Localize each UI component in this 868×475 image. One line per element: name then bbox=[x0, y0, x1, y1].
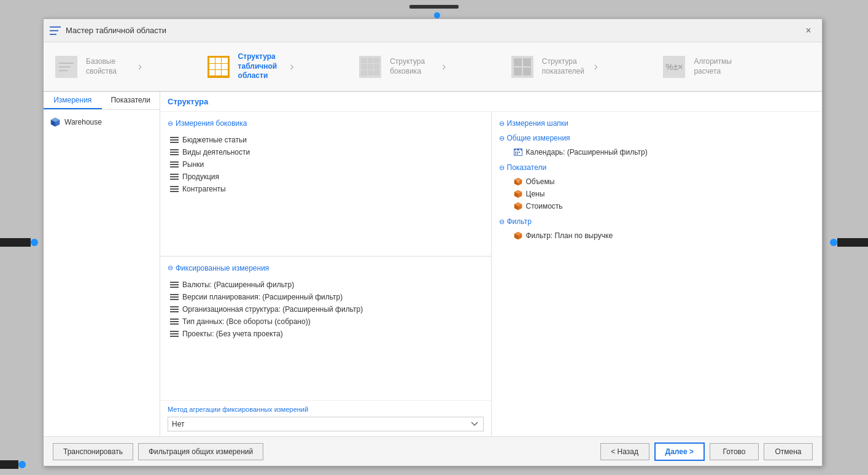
sidebar-dims-title: ⊖ Измерения боковика bbox=[160, 117, 491, 130]
left-handle[interactable] bbox=[0, 238, 38, 247]
left-panel: Измерения Показатели Warehouse bbox=[44, 92, 160, 436]
step-metrics-structure[interactable]: Структура показателей › bbox=[509, 55, 661, 79]
cube-filter-icon bbox=[514, 231, 522, 240]
structure-header: Структура bbox=[160, 92, 822, 112]
step-metrics-label: Структура показателей bbox=[542, 57, 591, 76]
title-bar: Мастер табличной области × bbox=[44, 19, 822, 42]
tab-indicators[interactable]: Показатели bbox=[102, 92, 160, 109]
cancel-button[interactable]: Отмена bbox=[764, 443, 813, 460]
lines-icon bbox=[170, 185, 179, 193]
list-item[interactable]: Объемы bbox=[499, 176, 823, 188]
indicator-item-1: Цены bbox=[526, 190, 545, 198]
list-item[interactable]: Проекты: (Без учета проекта) bbox=[160, 328, 491, 340]
collapse-icon-sidebar[interactable]: ⊖ bbox=[168, 120, 173, 128]
next-button[interactable]: Далее > bbox=[654, 442, 705, 461]
bottom-left-handle[interactable] bbox=[0, 460, 26, 469]
list-item[interactable]: Рынки bbox=[160, 158, 491, 171]
step-base-label: Базовые свойства bbox=[86, 57, 135, 76]
list-item[interactable]: Warehouse bbox=[48, 115, 155, 129]
header-dims-label: Измерения шапки bbox=[507, 119, 568, 128]
dialog-window: Мастер табличной области × Базовые свойс… bbox=[43, 18, 823, 466]
panels-row: ⊖ Измерения боковика Бюджетные статьи bbox=[160, 112, 822, 436]
left-handle-dot bbox=[31, 239, 38, 246]
step-arrow-3: › bbox=[442, 60, 446, 73]
step-sidebar-icon bbox=[357, 55, 384, 79]
collapse-icon-fixed[interactable]: ⊖ bbox=[168, 264, 173, 272]
lines-icon bbox=[170, 148, 179, 156]
sidebar-dim-item-1: Виды деятельности bbox=[182, 148, 250, 156]
calendar-icon bbox=[514, 148, 522, 156]
svg-marker-17 bbox=[517, 180, 519, 183]
fixed-dims-items: Валюты: (Расширенный фильтр) Версии план… bbox=[160, 279, 491, 340]
list-item[interactable]: Календарь: (Расширенный фильтр) bbox=[499, 146, 823, 158]
header-dims-panel: ⊖ Измерения шапки ⊖ Общие измерения bbox=[492, 112, 823, 436]
step-table-structure[interactable]: Структура табличной области › bbox=[205, 52, 357, 81]
list-item[interactable]: Стоимость bbox=[499, 200, 823, 212]
svg-rect-12 bbox=[517, 153, 518, 155]
top-dot bbox=[434, 12, 440, 18]
cube-color-icon-1 bbox=[514, 190, 522, 198]
warehouse-label: Warehouse bbox=[64, 118, 102, 126]
step-sidebar-structure[interactable]: Структура боковика › bbox=[357, 55, 509, 79]
list-item[interactable]: Продукция bbox=[160, 171, 491, 183]
right-handle-dot bbox=[830, 239, 837, 246]
lines-icon bbox=[170, 160, 179, 169]
list-item[interactable]: Цены bbox=[499, 188, 823, 200]
fixed-dims-label: Фиксированные измерения bbox=[176, 264, 269, 272]
tab-dimensions[interactable]: Измерения bbox=[44, 92, 102, 109]
fixed-dim-item-1: Версии планирования: (Расширенный фильтр… bbox=[182, 293, 343, 301]
step-metrics-icon bbox=[509, 55, 536, 79]
right-handle[interactable] bbox=[830, 238, 868, 247]
list-item[interactable]: Бюджетные статьи bbox=[160, 134, 491, 146]
cube-svg bbox=[50, 117, 60, 127]
step-sidebar-label: Структура боковика bbox=[390, 57, 439, 76]
fixed-dims-section: ⊖ Фиксированные измерения Валюты: (Расши… bbox=[160, 257, 491, 401]
lines-icon bbox=[170, 317, 179, 326]
indicators-title: ⊖ Показатели bbox=[499, 163, 823, 172]
aggregation-select[interactable]: Нет Сумма Среднее bbox=[168, 417, 484, 431]
list-item[interactable]: Тип данных: (Все обороты (собрано)) bbox=[160, 315, 491, 328]
fixed-dim-item-4: Проекты: (Без учета проекта) bbox=[182, 330, 283, 338]
center-area: Структура ⊖ Измерения боковика bbox=[160, 92, 822, 436]
step-arrow-1: › bbox=[138, 60, 142, 73]
sidebar-dims-label: Измерения боковика bbox=[176, 119, 247, 128]
cube-filter-svg bbox=[514, 231, 522, 240]
aggregation-section: Метод агрегации фиксированных измерений … bbox=[160, 400, 491, 436]
dialog-title: Мастер табличной области bbox=[66, 26, 801, 35]
step-base[interactable]: Базовые свойства › bbox=[53, 55, 205, 79]
fixed-dims-title: ⊖ Фиксированные измерения bbox=[160, 261, 491, 275]
collapse-icon-filter[interactable]: ⊖ bbox=[499, 218, 505, 226]
common-dims-group: ⊖ Общие измерения bbox=[492, 134, 823, 158]
left-panel-content: Warehouse bbox=[44, 110, 160, 436]
fixed-dim-item-3: Тип данных: (Все обороты (собрано)) bbox=[182, 317, 311, 326]
step-arrow-4: › bbox=[594, 60, 598, 73]
list-item[interactable]: Виды деятельности bbox=[160, 146, 491, 158]
step-algorithm-label: Алгоритмы расчета bbox=[694, 57, 743, 76]
step-algorithm[interactable]: %±× Алгоритмы расчета bbox=[661, 55, 813, 79]
header-dims-content: ⊖ Измерения шапки ⊖ Общие измерения bbox=[492, 112, 823, 436]
done-button[interactable]: Готово bbox=[710, 443, 759, 460]
wizard-steps-bar: Базовые свойства › Структура табличной о… bbox=[44, 42, 822, 91]
collapse-icon-header[interactable]: ⊖ bbox=[499, 120, 505, 128]
collapse-icon-indicators[interactable]: ⊖ bbox=[499, 164, 505, 172]
transpose-button[interactable]: Транспонировать bbox=[53, 443, 133, 460]
list-item[interactable]: Контрагенты bbox=[160, 183, 491, 195]
cube-multi-svg bbox=[514, 177, 522, 186]
sidebar-dim-item-3: Продукция bbox=[182, 172, 219, 181]
back-button[interactable]: < Назад bbox=[600, 443, 649, 460]
list-item[interactable]: Фильтр: План по выручке bbox=[499, 230, 823, 242]
filter-common-button[interactable]: Фильтрация общих измерений bbox=[138, 443, 263, 460]
cube-color-icon-0 bbox=[514, 177, 522, 186]
close-button[interactable]: × bbox=[801, 23, 816, 38]
common-dim-item-0: Календарь: (Расширенный фильтр) bbox=[526, 148, 648, 156]
lines-icon bbox=[170, 330, 179, 338]
main-content: Измерения Показатели Warehouse bbox=[44, 91, 822, 436]
list-item[interactable]: Организационная структура: (Расширенный … bbox=[160, 303, 491, 315]
step-base-icon bbox=[53, 55, 80, 79]
svg-rect-6 bbox=[516, 149, 517, 151]
list-item[interactable]: Валюты: (Расширенный фильтр) bbox=[160, 279, 491, 291]
filter-group: ⊖ Фильтр bbox=[492, 217, 823, 242]
list-item[interactable]: Версии планирования: (Расширенный фильтр… bbox=[160, 291, 491, 303]
collapse-icon-common[interactable]: ⊖ bbox=[499, 134, 505, 142]
svg-rect-10 bbox=[519, 152, 520, 153]
